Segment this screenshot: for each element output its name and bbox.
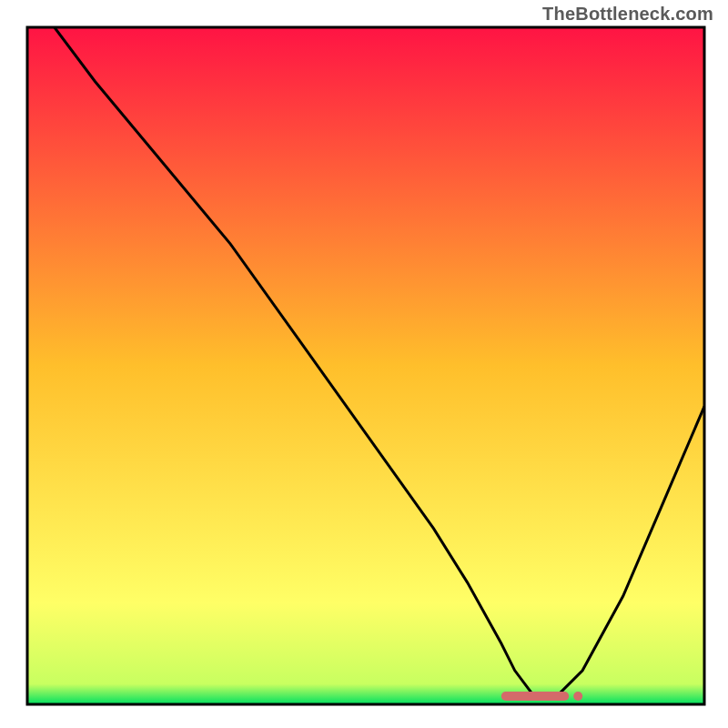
bottleneck-chart — [0, 0, 728, 728]
svg-point-2 — [573, 692, 582, 701]
watermark-text: TheBottleneck.com — [542, 4, 713, 25]
chart-container: TheBottleneck.com — [0, 0, 728, 728]
gradient-background — [27, 27, 704, 704]
svg-rect-1 — [501, 692, 569, 701]
